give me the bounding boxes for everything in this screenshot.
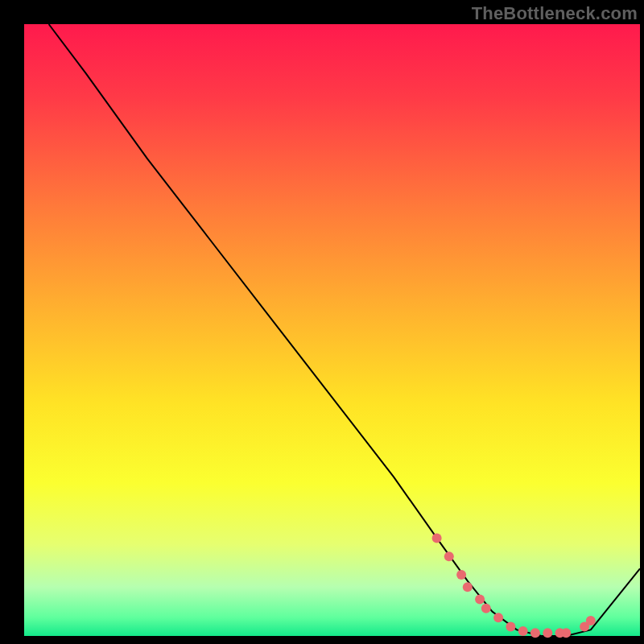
curve-marker [456,570,466,580]
curve-marker [475,594,485,604]
curve-marker [493,613,503,622]
curve-marker [543,628,552,638]
chart-frame: TheBottleneck.com [0,0,644,644]
curve-marker [518,626,528,636]
curve-marker [444,551,454,561]
bottleneck-chart [0,0,644,644]
curve-marker [530,628,540,638]
curve-marker [561,628,571,638]
curve-marker [432,533,442,543]
curve-marker [481,604,491,613]
curve-marker [463,582,473,592]
curve-marker [586,616,596,625]
watermark-label: TheBottleneck.com [472,3,638,24]
curve-marker [506,622,515,632]
